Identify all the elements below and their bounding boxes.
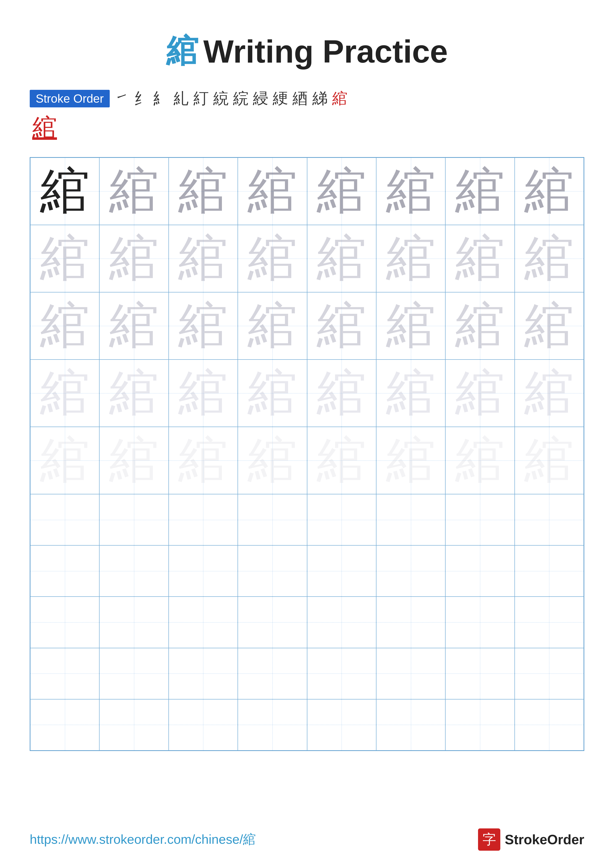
practice-char: 綰: [317, 158, 366, 225]
grid-cell[interactable]: 綰: [376, 427, 445, 494]
grid-cell[interactable]: [30, 699, 99, 750]
grid-cell[interactable]: [307, 648, 376, 699]
grid-cell[interactable]: 綰: [30, 360, 99, 427]
grid-cell[interactable]: 綰: [515, 292, 584, 360]
grid-cell[interactable]: 綰: [30, 427, 99, 494]
stroke-9: 綆: [273, 88, 288, 109]
grid-cell[interactable]: [169, 494, 238, 546]
grid-cell[interactable]: [238, 648, 307, 699]
grid-cell[interactable]: 綰: [376, 225, 445, 292]
grid-cell[interactable]: [99, 597, 168, 648]
practice-char: 綰: [178, 158, 228, 225]
grid-cell[interactable]: 綰: [99, 225, 168, 292]
grid-cell[interactable]: 綰: [376, 292, 445, 360]
grid-cell[interactable]: [30, 648, 99, 699]
stroke-6: 綂: [213, 88, 229, 109]
stroke-7: 綄: [233, 88, 249, 109]
practice-char: 綰: [386, 293, 436, 359]
grid-cell[interactable]: 綰: [445, 292, 515, 360]
grid-cell[interactable]: [238, 546, 307, 597]
grid-cell[interactable]: [238, 699, 307, 750]
grid-cell[interactable]: [376, 699, 445, 750]
grid-cell[interactable]: [376, 494, 445, 546]
grid-cell[interactable]: 綰: [169, 427, 238, 494]
practice-char: 綰: [455, 158, 505, 225]
practice-char: 綰: [178, 293, 228, 359]
grid-cell[interactable]: [30, 494, 99, 546]
grid-cell[interactable]: [376, 546, 445, 597]
grid-cell[interactable]: 綰: [169, 292, 238, 360]
grid-cell[interactable]: 綰: [307, 158, 376, 225]
grid-cell[interactable]: [169, 597, 238, 648]
grid-cell[interactable]: [238, 597, 307, 648]
footer-url[interactable]: https://www.strokeorder.com/chinese/綰: [30, 831, 256, 848]
practice-char: 綰: [524, 158, 574, 225]
grid-cell[interactable]: 綰: [307, 427, 376, 494]
grid-cell[interactable]: 綰: [238, 427, 307, 494]
grid-cell[interactable]: 綰: [307, 225, 376, 292]
grid-cell[interactable]: 綰: [445, 360, 515, 427]
grid-cell[interactable]: 綰: [515, 427, 584, 494]
grid-cell[interactable]: 綰: [445, 158, 515, 225]
grid-cell[interactable]: 綰: [30, 158, 99, 225]
grid-cell[interactable]: [376, 597, 445, 648]
practice-char: 綰: [248, 158, 297, 225]
grid-cell[interactable]: [307, 699, 376, 750]
footer-logo-icon: 字: [478, 828, 500, 851]
grid-cell[interactable]: [445, 597, 515, 648]
practice-char: 綰: [248, 225, 297, 292]
grid-cell[interactable]: [445, 648, 515, 699]
grid-cell[interactable]: [307, 597, 376, 648]
grid-cell[interactable]: 綰: [376, 360, 445, 427]
practice-char: 綰: [524, 225, 574, 292]
stroke-1: ㇀: [114, 88, 129, 109]
grid-cell[interactable]: [307, 494, 376, 546]
grid-cell[interactable]: [238, 494, 307, 546]
grid-cell[interactable]: [307, 546, 376, 597]
grid-cell[interactable]: 綰: [376, 158, 445, 225]
grid-cell[interactable]: 綰: [30, 225, 99, 292]
grid-cell[interactable]: 綰: [515, 360, 584, 427]
grid-cell[interactable]: [515, 648, 584, 699]
grid-cell[interactable]: 綰: [238, 360, 307, 427]
grid-cell[interactable]: [99, 546, 168, 597]
grid-cell[interactable]: [169, 546, 238, 597]
grid-cell[interactable]: [515, 597, 584, 648]
grid-cell[interactable]: [515, 494, 584, 546]
grid-cell[interactable]: 綰: [445, 427, 515, 494]
grid-cell[interactable]: 綰: [445, 225, 515, 292]
grid-cell[interactable]: 綰: [515, 225, 584, 292]
grid-cell[interactable]: 綰: [99, 360, 168, 427]
grid-cell[interactable]: 綰: [238, 225, 307, 292]
grid-cell[interactable]: [445, 494, 515, 546]
practice-char: 綰: [317, 360, 366, 426]
grid-cell[interactable]: 綰: [307, 360, 376, 427]
grid-cell[interactable]: 綰: [307, 292, 376, 360]
stroke-order-final-char: 綰: [32, 112, 57, 145]
grid-cell[interactable]: 綰: [99, 427, 168, 494]
grid-cell[interactable]: [445, 699, 515, 750]
grid-cell[interactable]: 綰: [169, 225, 238, 292]
grid-cell[interactable]: 綰: [515, 158, 584, 225]
grid-cell[interactable]: [99, 494, 168, 546]
practice-char: 綰: [109, 427, 159, 494]
grid-cell[interactable]: [515, 546, 584, 597]
grid-cell[interactable]: [376, 648, 445, 699]
grid-cell[interactable]: [30, 546, 99, 597]
grid-cell[interactable]: 綰: [238, 158, 307, 225]
grid-cell[interactable]: [99, 699, 168, 750]
grid-cell[interactable]: 綰: [99, 158, 168, 225]
grid-cell[interactable]: 綰: [169, 158, 238, 225]
title-text: Writing Practice: [204, 33, 448, 70]
grid-cell[interactable]: [99, 648, 168, 699]
grid-cell[interactable]: [169, 648, 238, 699]
grid-cell[interactable]: 綰: [99, 292, 168, 360]
grid-cell[interactable]: 綰: [169, 360, 238, 427]
grid-cell[interactable]: 綰: [30, 292, 99, 360]
grid-cell[interactable]: [30, 597, 99, 648]
grid-cell[interactable]: 綰: [238, 292, 307, 360]
grid-cell[interactable]: [169, 699, 238, 750]
grid-cell[interactable]: [445, 546, 515, 597]
grid-cell[interactable]: [515, 699, 584, 750]
practice-char: 綰: [178, 427, 228, 494]
